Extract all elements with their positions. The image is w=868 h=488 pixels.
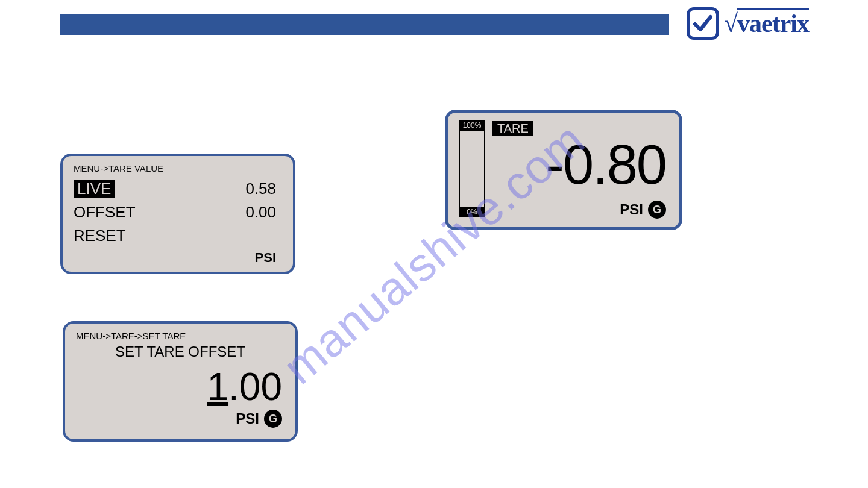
check-icon bbox=[693, 13, 713, 34]
live-chip: LIVE bbox=[74, 180, 115, 198]
panel-set-tare: MENU->TARE->SET TARE SET TARE OFFSET 1.0… bbox=[63, 321, 298, 442]
menu-item-live[interactable]: LIVE 0.58 bbox=[63, 177, 293, 201]
editable-digit[interactable]: 1 bbox=[207, 365, 228, 408]
unit-label: PSI bbox=[63, 248, 293, 266]
menu-item-offset[interactable]: OFFSET 0.00 bbox=[63, 201, 293, 224]
breadcrumb: MENU->TARE->SET TARE bbox=[65, 324, 295, 342]
gauge-badge-icon: G bbox=[264, 410, 282, 428]
unit-label: PSI bbox=[620, 201, 643, 218]
percent-bar-top-label: 100% bbox=[459, 120, 485, 131]
panel-tare-value: MENU->TARE VALUE LIVE 0.58 OFFSET 0.00 R… bbox=[60, 154, 295, 274]
live-value: 0.58 bbox=[245, 180, 276, 198]
panel-live-display: 100% 0% TARE -0.80 PSI G bbox=[445, 110, 682, 230]
percent-bar-bottom-label: 0% bbox=[459, 207, 485, 217]
panel-title: SET TARE OFFSET bbox=[65, 342, 295, 360]
brand-logo: √vaetrix bbox=[687, 7, 809, 40]
brand-logo-text: √vaetrix bbox=[724, 9, 809, 38]
tare-offset-value[interactable]: 1.00 bbox=[65, 368, 295, 406]
brand-logo-mark bbox=[687, 7, 719, 40]
offset-value: 0.00 bbox=[245, 203, 276, 222]
gauge-badge-icon: G bbox=[648, 201, 666, 219]
unit-label: PSI bbox=[236, 410, 259, 427]
breadcrumb: MENU->TARE VALUE bbox=[63, 156, 293, 177]
percent-bar-track bbox=[459, 131, 485, 207]
pressure-reading: -0.80 bbox=[546, 133, 666, 196]
percent-bar: 100% 0% bbox=[459, 120, 485, 217]
header-bar bbox=[60, 14, 669, 35]
menu-item-reset[interactable]: RESET bbox=[63, 224, 293, 248]
tare-chip: TARE bbox=[492, 121, 533, 136]
